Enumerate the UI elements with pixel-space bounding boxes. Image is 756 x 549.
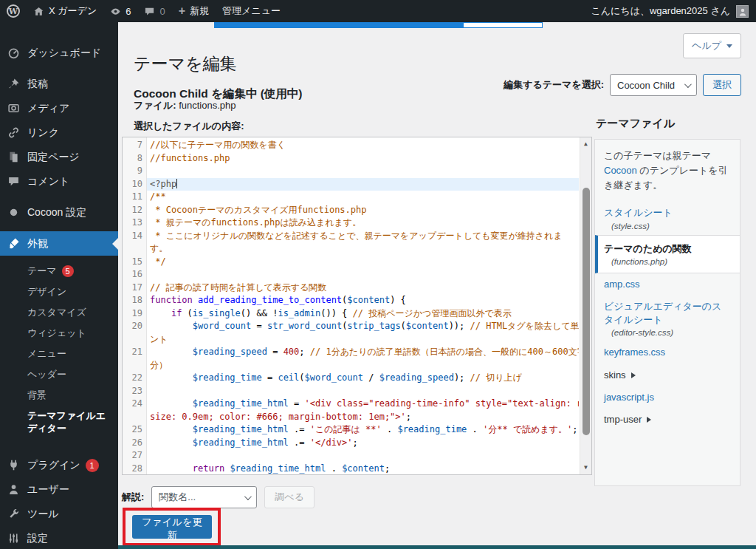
code-line: 7//以下に子テーマ用の関数を書く bbox=[123, 139, 579, 152]
submenu-item-label: テーマ bbox=[27, 265, 57, 276]
theme-files-panel: テーマファイル この子テーマは親テーマ Cocoon のテンプレートを引き継ぎま… bbox=[594, 117, 740, 486]
site-name-link[interactable]: X ガーデン bbox=[27, 0, 103, 22]
theme-file-item[interactable]: javascript.js bbox=[595, 386, 740, 409]
code-text: す。 bbox=[147, 242, 579, 256]
sidebar-item-user[interactable]: ユーザー bbox=[0, 477, 118, 502]
submenu-item[interactable]: 背景 bbox=[0, 385, 118, 406]
theme-folder-item[interactable]: tmp-user bbox=[595, 409, 740, 431]
code-line: 17// 記事の読了時間を計算して表示する関数 bbox=[123, 282, 579, 295]
code-text: $reading_time = ceil($word_count / $read… bbox=[147, 372, 579, 385]
submenu-item[interactable]: テーマファイルエディター bbox=[0, 406, 118, 439]
sidebar-item-link[interactable]: リンク bbox=[0, 120, 118, 145]
sidebar-item-pin[interactable]: 投稿 bbox=[0, 72, 118, 96]
theme-file-label[interactable]: keyframes.css bbox=[604, 346, 731, 359]
select-theme-button[interactable]: 選択 bbox=[703, 74, 741, 96]
line-number: 15 bbox=[123, 256, 147, 269]
submenu-item[interactable]: ヘッダー bbox=[0, 364, 118, 385]
submenu-item[interactable]: ウィジェット bbox=[0, 323, 118, 344]
theme-file-label[interactable]: skins bbox=[604, 369, 731, 382]
admin-menu-item[interactable]: 管理メニュー bbox=[216, 0, 287, 22]
update-count-badge: 1 bbox=[86, 459, 99, 472]
code-line: 19 if (is_single() && !is_admin()) { // … bbox=[123, 307, 579, 321]
parent-theme-link[interactable]: Cocoon bbox=[604, 165, 637, 176]
editor-scrollbar[interactable]: ▲ ▼ bbox=[580, 137, 591, 474]
theme-file-item[interactable]: keyframes.css bbox=[595, 341, 740, 364]
pin-icon bbox=[6, 77, 21, 92]
theme-file-label[interactable]: javascript.js bbox=[604, 391, 731, 404]
submenu-item[interactable]: メニュー bbox=[0, 344, 118, 364]
sidebar-item-dashboard[interactable]: ダッシュボード bbox=[0, 41, 118, 65]
sidebar-item-plugin[interactable]: プラグイン1 bbox=[0, 453, 118, 477]
admin-menu-label: 管理メニュー bbox=[222, 4, 281, 18]
new-label: 新規 bbox=[190, 4, 209, 18]
admin-bar: W X ガーデン 6 0 + 新規 管理メニュー こんにちは、wgarden20… bbox=[0, 0, 756, 22]
sidebar-item-settings[interactable]: 設定 bbox=[0, 526, 118, 549]
theme-file-item[interactable]: スタイルシート(style.css) bbox=[595, 202, 740, 234]
line-number bbox=[123, 411, 147, 424]
theme-files-box: この子テーマは親テーマ Cocoon のテンプレートを引き継ぎます。 スタイルシ… bbox=[594, 139, 740, 486]
line-number: 24 bbox=[123, 398, 147, 411]
chevron-down-icon bbox=[684, 81, 692, 88]
theme-file-label[interactable]: ビジュアルエディターのスタイルシート bbox=[604, 300, 731, 327]
scroll-down-arrow[interactable]: ▼ bbox=[580, 463, 591, 473]
views-menu[interactable]: 6 bbox=[103, 0, 137, 22]
function-name-select[interactable]: 関数名... bbox=[151, 486, 257, 508]
code-line: す。 bbox=[123, 242, 579, 256]
sidebar-item-pages[interactable]: 固定ページ bbox=[0, 145, 118, 169]
code-line: size: 0.9em; color: #666; margin-bottom:… bbox=[123, 411, 579, 424]
theme-file-label[interactable]: スタイルシート bbox=[604, 206, 731, 219]
sidebar-item-label: ダッシュボード bbox=[27, 47, 101, 60]
admin-sidebar: ダッシュボード投稿メディアリンク固定ページコメントCocoon 設定外観テーマ5… bbox=[0, 22, 118, 549]
code-line: 8//functions.php bbox=[123, 152, 579, 166]
dot-icon bbox=[6, 205, 21, 220]
update-count-badge: 5 bbox=[62, 265, 74, 277]
sidebar-item-media[interactable]: メディア bbox=[0, 96, 118, 120]
scroll-up-arrow[interactable]: ▲ bbox=[580, 139, 591, 149]
code-line: 18function add_reading_time_to_content($… bbox=[123, 294, 579, 307]
line-number: 8 bbox=[123, 152, 147, 166]
avatar[interactable] bbox=[736, 5, 749, 18]
theme-file-item[interactable]: ビジュアルエディターのスタイルシート(editor-style.css) bbox=[595, 296, 740, 341]
wp-logo-menu[interactable]: W bbox=[0, 0, 27, 22]
submenu-item[interactable]: カスタマイズ bbox=[0, 302, 118, 323]
line-number: 18 bbox=[123, 294, 147, 307]
help-button[interactable]: ヘルプ bbox=[683, 33, 741, 58]
sidebar-item-dot[interactable]: Cocoon 設定 bbox=[0, 200, 118, 225]
code-text: ント bbox=[147, 333, 579, 347]
sidebar-item-comment[interactable]: コメント bbox=[0, 169, 118, 194]
submenu-item[interactable]: テーマ5 bbox=[0, 261, 118, 282]
sidebar-item-brush[interactable]: 外観 bbox=[0, 231, 118, 256]
appearance-submenu: テーマ5デザインカスタマイズウィジェットメニューヘッダー背景テーマファイルエディ… bbox=[0, 256, 118, 446]
new-content-menu[interactable]: + 新規 bbox=[172, 0, 216, 22]
code-line: 分） bbox=[123, 359, 579, 372]
theme-file-label[interactable]: tmp-user bbox=[604, 413, 731, 426]
code-text: return $reading_time_html . $content; bbox=[147, 463, 579, 476]
line-number: 21 bbox=[123, 346, 147, 359]
view-count: 6 bbox=[126, 6, 131, 17]
scrollbar-thumb[interactable] bbox=[583, 188, 590, 435]
line-number: 7 bbox=[123, 139, 147, 152]
file-name: functions.php bbox=[179, 100, 236, 111]
plus-icon: + bbox=[179, 5, 185, 17]
update-file-button[interactable]: ファイルを更新 bbox=[132, 515, 212, 539]
theme-select[interactable]: Cocoon Child bbox=[610, 74, 697, 96]
code-editor[interactable]: 7//以下に子テーマ用の関数を書く8//functions.php910<?ph… bbox=[122, 137, 592, 475]
theme-file-label[interactable]: amp.css bbox=[604, 278, 731, 291]
sidebar-item-tools[interactable]: ツール bbox=[0, 502, 118, 526]
theme-file-item[interactable]: amp.css bbox=[595, 273, 740, 296]
theme-file-item[interactable]: テーマのための関数(functions.php) bbox=[595, 235, 740, 273]
code-text: <?php bbox=[147, 178, 579, 191]
code-line: 22 $reading_time = ceil($word_count / $r… bbox=[123, 372, 579, 385]
sidebar-item-label: コメント bbox=[27, 175, 69, 188]
comments-menu[interactable]: 0 bbox=[137, 0, 171, 22]
line-number: 20 bbox=[123, 320, 147, 333]
code-line: 13 * 親テーマのfunctions.phpは読み込まれます。 bbox=[123, 216, 579, 230]
lookup-button: 調べる bbox=[264, 486, 315, 508]
documentation-row: 解説: 関数名... 調べる bbox=[122, 486, 315, 508]
greeting-text[interactable]: こんにちは、wgarden2025 さん bbox=[591, 4, 730, 18]
line-number: 13 bbox=[123, 216, 147, 230]
theme-folder-item[interactable]: skins bbox=[595, 364, 740, 386]
line-number: 26 bbox=[123, 437, 147, 450]
submenu-item[interactable]: デザイン bbox=[0, 282, 118, 302]
progress-remainder bbox=[464, 22, 543, 28]
